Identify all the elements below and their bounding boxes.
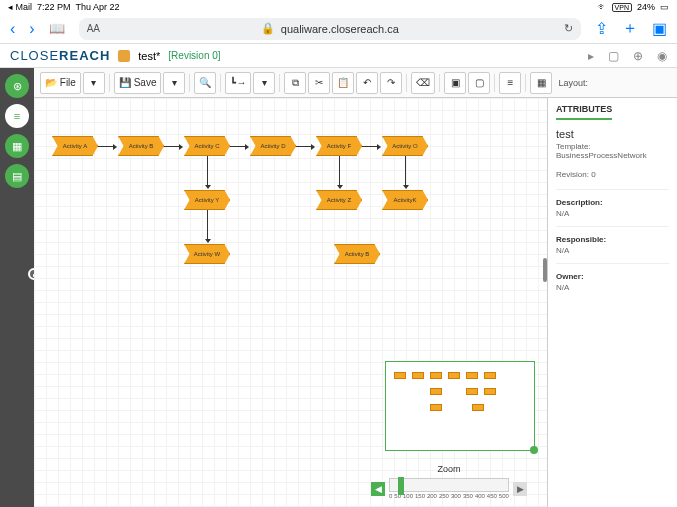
activity-k[interactable]: ActivityK — [382, 190, 428, 210]
vpn-badge: VPN — [612, 3, 632, 12]
app-header: CLOSEREACH test* [Revision 0] ▸ ▢ ⊕ ◉ — [0, 44, 677, 68]
zoom-knob[interactable] — [398, 477, 404, 495]
edge — [207, 210, 208, 240]
activity-d[interactable]: Activity D — [250, 136, 296, 156]
edge — [207, 156, 208, 186]
share-button[interactable]: ⇪ — [595, 19, 608, 38]
file-button[interactable]: 📂 File — [40, 72, 81, 94]
align-button[interactable]: ≡ — [499, 72, 521, 94]
zoom-ticks: 050100150200250300350400450500 — [389, 493, 509, 499]
safari-toolbar: ‹ › 📖 AA 🔒 qualiware.closereach.ca ↻ ⇪ ＋… — [0, 14, 677, 44]
cut-button[interactable]: ✂ — [308, 72, 330, 94]
text-size-button[interactable]: AA — [87, 23, 100, 34]
activity-z[interactable]: Activity Z — [316, 190, 362, 210]
document-icon — [118, 50, 130, 62]
edge — [339, 156, 340, 186]
wifi-icon: ᯤ — [598, 2, 607, 12]
activity-c[interactable]: Activity C — [184, 136, 230, 156]
status-time: 7:22 PM — [37, 2, 71, 12]
zoom-out-button[interactable]: ◀ — [371, 482, 385, 496]
desc-value: N/A — [556, 209, 669, 218]
rail-button-3[interactable]: ▦ — [5, 134, 29, 158]
url-text: qualiware.closereach.ca — [281, 23, 399, 35]
edge — [98, 146, 114, 147]
copy-button[interactable]: ⧉ — [284, 72, 306, 94]
attr-template: Template: BusinessProcessNetwork — [556, 142, 669, 160]
edge — [230, 146, 246, 147]
owner-label: Owner: — [556, 272, 669, 281]
resp-label: Responsible: — [556, 235, 669, 244]
bookmarks-icon[interactable]: 📖 — [49, 21, 65, 36]
attributes-tab[interactable]: ATTRIBUTES — [556, 104, 612, 120]
left-rail: ⊛ ≡ ▦ ▤ ▸ — [0, 68, 34, 507]
layout-label: Layout: — [554, 78, 588, 88]
back-to-app[interactable]: ◂ Mail — [8, 2, 32, 12]
diagram-canvas[interactable]: Activity A Activity B Activity C Activit… — [34, 98, 547, 507]
edge — [362, 146, 378, 147]
resp-value: N/A — [556, 246, 669, 255]
activity-o[interactable]: Activity O — [382, 136, 428, 156]
battery-percent: 24% — [637, 2, 655, 12]
zoom-slider[interactable] — [389, 478, 509, 492]
globe-icon[interactable]: ⊕ — [633, 49, 643, 63]
battery-icon: ▭ — [660, 2, 669, 12]
activity-f[interactable]: Activity F — [316, 136, 362, 156]
minimap[interactable] — [385, 361, 535, 451]
activity-a[interactable]: Activity A — [52, 136, 98, 156]
ios-status-bar: ◂ Mail 7:22 PM Thu Apr 22 ᯤ VPN 24% ▭ — [0, 0, 677, 14]
find-button[interactable]: 🔍 — [194, 72, 216, 94]
editor-toolbar: 📂 File ▾ 💾 Save ▾ 🔍 ┗→ ▾ ⧉ ✂ 📋 ↶ ↷ ⌫ ▣ ▢… — [34, 68, 677, 98]
status-date: Thu Apr 22 — [76, 2, 120, 12]
activity-y[interactable]: Activity Y — [184, 190, 230, 210]
attr-revision: Revision: 0 — [556, 170, 669, 179]
rail-button-1[interactable]: ⊛ — [5, 74, 29, 98]
save-dropdown[interactable]: ▾ — [163, 72, 185, 94]
file-dropdown[interactable]: ▾ — [83, 72, 105, 94]
grid-button[interactable]: ▦ — [530, 72, 552, 94]
document-title: test* — [138, 50, 160, 62]
reload-button[interactable]: ↻ — [564, 22, 573, 35]
video-icon[interactable]: ▸ — [588, 49, 594, 63]
activity-b2[interactable]: Activity B — [334, 244, 380, 264]
lock-icon: 🔒 — [261, 22, 275, 35]
browser-back-button[interactable]: ‹ — [10, 20, 15, 38]
rail-button-4[interactable]: ▤ — [5, 164, 29, 188]
browser-forward-button[interactable]: › — [29, 20, 34, 38]
revision-label: [Revision 0] — [168, 50, 220, 61]
activity-w[interactable]: Activity W — [184, 244, 230, 264]
desc-label: Description: — [556, 198, 669, 207]
url-bar[interactable]: AA 🔒 qualiware.closereach.ca ↻ — [79, 18, 581, 40]
user-icon[interactable]: ◉ — [657, 49, 667, 63]
save-button[interactable]: 💾 Save — [114, 72, 162, 94]
activity-b[interactable]: Activity B — [118, 136, 164, 156]
attr-title: test — [556, 128, 669, 140]
connector-button[interactable]: ┗→ — [225, 72, 251, 94]
minimap-resize-handle[interactable] — [530, 446, 538, 454]
delete-button[interactable]: ⌫ — [411, 72, 435, 94]
panel-resize-handle[interactable] — [543, 258, 547, 282]
zoom-label: Zoom — [437, 464, 460, 474]
edge — [296, 146, 312, 147]
logo[interactable]: CLOSEREACH — [10, 48, 110, 63]
attributes-panel: ATTRIBUTES test Template: BusinessProces… — [547, 98, 677, 507]
present-icon[interactable]: ▢ — [608, 49, 619, 63]
undo-button[interactable]: ↶ — [356, 72, 378, 94]
zoom-in-button[interactable]: ▶ — [513, 482, 527, 496]
owner-value: N/A — [556, 283, 669, 292]
paste-button[interactable]: 📋 — [332, 72, 354, 94]
connector-dropdown[interactable]: ▾ — [253, 72, 275, 94]
new-tab-button[interactable]: ＋ — [622, 18, 638, 39]
edge — [164, 146, 180, 147]
bring-front-button[interactable]: ▣ — [444, 72, 466, 94]
tabs-button[interactable]: ▣ — [652, 19, 667, 38]
rail-button-2[interactable]: ≡ — [5, 104, 29, 128]
redo-button[interactable]: ↷ — [380, 72, 402, 94]
send-back-button[interactable]: ▢ — [468, 72, 490, 94]
edge — [405, 156, 406, 186]
zoom-control: Zoom ◀ 050100150200250300350400450500 ▶ — [371, 464, 527, 499]
